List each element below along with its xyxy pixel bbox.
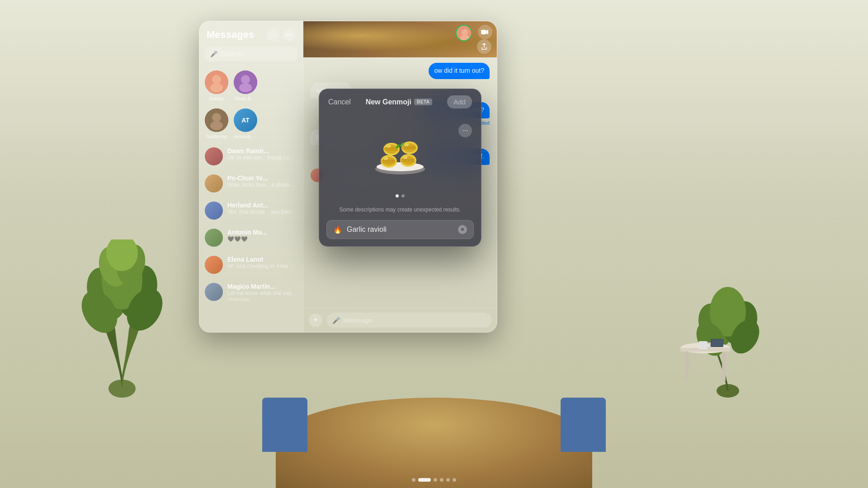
avatar-elena	[205, 256, 223, 274]
conv-name-pochun: Po-Chun Ye...	[227, 174, 297, 182]
genmoji-search-bar[interactable]: 🔥 ×	[326, 220, 474, 239]
svg-point-29	[212, 113, 221, 122]
more-options-button[interactable]: ···	[267, 28, 279, 41]
progress-dot-1	[412, 478, 415, 482]
message-text-1: ow did it turn out?	[434, 67, 484, 74]
contact-name-guillermo: Guillermo	[206, 134, 227, 139]
message-input-wrapper: 🎤	[327, 313, 491, 328]
dining-table	[276, 398, 592, 488]
mic-icon: 🎤	[332, 317, 340, 324]
emoji-display-area: ···	[319, 115, 481, 206]
conversation-list: Dawn Ramir... OK to visit ton... things …	[199, 143, 303, 332]
pinned-contacts: Ashley Olivia & W...	[199, 67, 303, 105]
add-attachment-button[interactable]: +	[309, 314, 322, 327]
conv-info-pochun: Po-Chun Ye... Wow, looks bea... a photo …	[227, 174, 297, 188]
messages-sidebar: Messages ··· ✏ 🎤 Ashley	[199, 21, 303, 332]
conv-dawn[interactable]: Dawn Ramir... OK to visit ton... things …	[199, 143, 303, 170]
svg-point-24	[210, 83, 223, 92]
conv-pochun[interactable]: Po-Chun Ye... Wow, looks bea... a photo …	[199, 170, 303, 197]
svg-point-23	[212, 75, 221, 84]
chair-right	[561, 398, 606, 452]
page-indicator	[396, 194, 405, 197]
chat-contact-avatar	[456, 25, 472, 41]
modal-title: New Genmoji BETA	[366, 98, 433, 106]
search-bar[interactable]: 🎤	[205, 47, 297, 61]
pinned-animation[interactable]: AT Animation...	[234, 108, 257, 139]
progress-dot-6	[453, 478, 456, 482]
svg-point-26	[241, 75, 250, 84]
compose-button[interactable]: ✏	[283, 28, 296, 41]
page-dot-2	[401, 194, 405, 197]
pinned-contacts-2: Guillermo AT Animation...	[199, 105, 303, 143]
clear-input-button[interactable]: ×	[458, 225, 467, 234]
conv-preview-elena: Hi! Just checking in. How did it go?	[227, 263, 297, 269]
disclaimer-text: Some descriptions may create unexpected …	[319, 206, 481, 216]
conv-name-magico: Magico Martin...	[227, 283, 297, 290]
avatar-pochun	[205, 174, 223, 192]
side-table	[678, 339, 732, 384]
avatar-dawn	[205, 147, 223, 165]
avatar-guillermo	[205, 108, 228, 132]
beta-badge: BETA	[414, 99, 432, 105]
svg-rect-21	[711, 339, 723, 347]
progress-dot-4	[440, 478, 443, 482]
conv-herland[interactable]: Herland Ant... Yes, that sound... you th…	[199, 197, 303, 224]
svg-rect-18	[722, 352, 726, 381]
modal-header: Cancel New Genmoji BETA Add	[319, 89, 481, 115]
pinned-guillermo[interactable]: Guillermo	[205, 108, 228, 139]
conv-magico[interactable]: Magico Martin... Let me know what she sa…	[199, 278, 303, 306]
video-call-button[interactable]	[478, 25, 492, 39]
modal-title-text: New Genmoji	[366, 98, 411, 106]
pinned-olivia[interactable]: Olivia & W...	[234, 70, 257, 101]
message-input[interactable]	[327, 313, 491, 328]
conv-preview-magico: Let me know what she says! Here's anothe…	[227, 290, 297, 296]
mic-icon: 🎤	[210, 51, 217, 57]
progress-dot-2	[418, 478, 431, 482]
svg-point-32	[462, 29, 468, 35]
contact-name-ashley: Ashley	[209, 96, 224, 101]
chair-left	[262, 398, 307, 452]
avatar-ashley	[205, 70, 228, 94]
chat-food-image	[303, 21, 497, 57]
add-genmoji-button[interactable]: Add	[447, 95, 472, 108]
svg-rect-19	[698, 341, 708, 349]
genmoji-prompt-input[interactable]	[347, 225, 453, 234]
cancel-button[interactable]: Cancel	[328, 98, 351, 106]
contact-name-animation: Animation...	[234, 134, 257, 139]
conv-info-elena: Elena Lanot Hi! Just checking in. How di…	[227, 256, 297, 269]
more-options-button[interactable]: ···	[458, 124, 472, 137]
conv-info-dawn: Dawn Ramir... OK to visit ton... things …	[227, 147, 297, 161]
conv-info-antonio: Antonio Ma... 🖤🖤🖤	[227, 229, 297, 242]
plant-left	[81, 239, 163, 398]
svg-point-30	[210, 121, 223, 130]
pinned-ashley[interactable]: Ashley	[205, 70, 228, 101]
contact-name-olivia: Olivia & W...	[234, 96, 257, 101]
conv-name-herland: Herland Ant...	[227, 202, 297, 209]
message-input-bar: + 🎤	[303, 308, 497, 332]
progress-dot-3	[434, 478, 437, 482]
conv-name-antonio: Antonio Ma...	[227, 229, 297, 236]
svg-rect-17	[685, 352, 689, 381]
conv-time-magico: Yesterday	[227, 296, 297, 302]
app-title: Messages	[207, 29, 254, 41]
conv-antonio[interactable]: Antonio Ma... 🖤🖤🖤	[199, 224, 303, 251]
avatar-magico	[205, 283, 223, 301]
share-button[interactable]	[477, 39, 491, 54]
page-dot-1	[396, 194, 399, 197]
conv-preview-pochun: Wow, looks bea... a photo of the b...	[227, 182, 297, 188]
conv-elena[interactable]: Elena Lanot Hi! Just checking in. How di…	[199, 251, 303, 278]
sidebar-toolbar: ··· ✏	[267, 28, 296, 41]
svg-rect-34	[481, 30, 486, 34]
conv-info-herland: Herland Ant... Yes, that sound... you th…	[227, 202, 297, 215]
avatar-herland	[205, 202, 223, 220]
conv-info-magico: Magico Martin... Let me know what she sa…	[227, 283, 297, 302]
avatar-antonio	[205, 229, 223, 247]
search-input[interactable]	[221, 50, 292, 58]
conv-name-elena: Elena Lanot	[227, 256, 297, 263]
avatar-animation: AT	[234, 108, 257, 132]
conv-preview-dawn: OK to visit ton... things I need th...	[227, 155, 297, 161]
genmoji-search-icon: 🔥	[333, 225, 342, 234]
avatar-olivia	[234, 70, 257, 94]
conv-preview-antonio: 🖤🖤🖤	[227, 236, 297, 242]
genmoji-modal: Cancel New Genmoji BETA Add ···	[319, 89, 481, 247]
